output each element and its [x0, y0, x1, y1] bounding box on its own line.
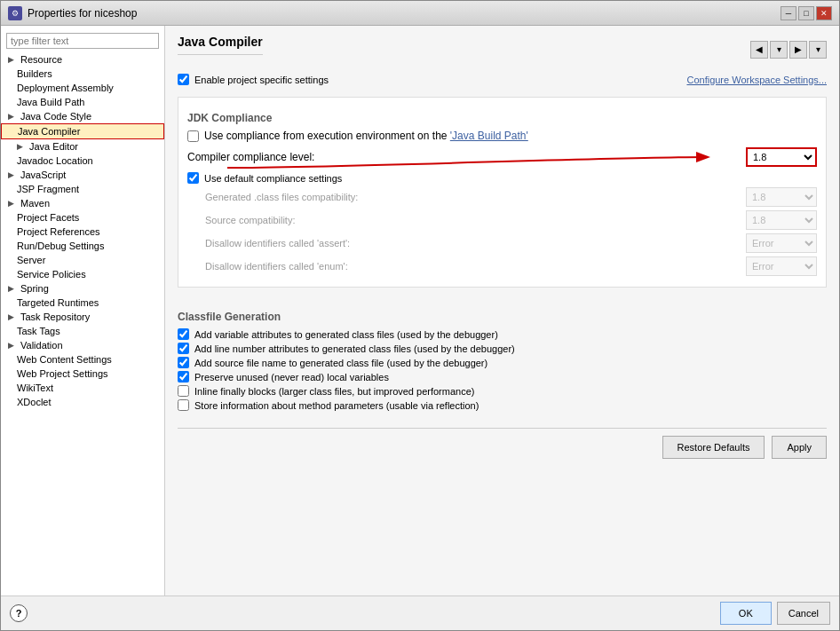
sidebar: ▶ Resource Builders Deployment Assembly …	[1, 26, 165, 596]
disallow-assert-row: Disallow identifiers called 'assert': Er…	[187, 233, 817, 253]
sidebar-item-task-tags[interactable]: Task Tags	[1, 324, 164, 338]
use-default-compliance-label[interactable]: Use default compliance settings	[204, 173, 342, 184]
add-line-row: Add line number attributes to generated …	[178, 343, 827, 354]
back-dropdown-button[interactable]: ▾	[770, 41, 788, 59]
cancel-button[interactable]: Cancel	[777, 602, 830, 625]
sidebar-item-java-code-style[interactable]: ▶ Java Code Style	[1, 109, 164, 123]
enable-project-settings-checkbox[interactable]	[178, 74, 189, 85]
add-source-checkbox[interactable]	[178, 357, 189, 368]
sidebar-item-wikitext[interactable]: WikiText	[1, 381, 164, 395]
sidebar-item-project-facets[interactable]: Project Facets	[1, 210, 164, 225]
store-info-checkbox[interactable]	[178, 399, 189, 411]
store-info-row: Store information about method parameter…	[178, 399, 827, 411]
main-content: ▶ Resource Builders Deployment Assembly …	[1, 26, 839, 596]
window-icon: ⚙	[8, 6, 22, 20]
compliance-level-row: Compiler compliance level: 1.8 1.7 1.6 1…	[187, 147, 817, 167]
add-line-label[interactable]: Add line number attributes to generated …	[194, 343, 515, 354]
minimize-button[interactable]: ─	[781, 6, 796, 20]
filter-box	[1, 29, 164, 52]
sidebar-item-xdoclet[interactable]: XDoclet	[1, 395, 164, 409]
window-controls: ─ □ ✕	[781, 6, 832, 20]
sidebar-item-project-references[interactable]: Project References	[1, 225, 164, 239]
add-variable-label[interactable]: Add variable attributes to generated cla…	[194, 329, 498, 340]
expand-arrow-icon: ▶	[8, 170, 17, 179]
preserve-unused-row: Preserve unused (never read) local varia…	[178, 371, 827, 383]
right-panel: Java Compiler ◀ ▾ ▶ ▾ Enable project spe…	[165, 26, 839, 596]
store-info-label[interactable]: Store information about method parameter…	[194, 400, 479, 411]
ok-button[interactable]: OK	[720, 602, 772, 625]
apply-button[interactable]: Apply	[772, 436, 827, 459]
sidebar-item-task-repository[interactable]: ▶ Task Repository	[1, 310, 164, 324]
sidebar-item-builders[interactable]: Builders	[1, 67, 164, 81]
panel-title: Java Compiler	[178, 35, 263, 55]
expand-arrow-icon: ▶	[17, 142, 26, 151]
sidebar-item-javascript[interactable]: ▶ JavaScript	[1, 168, 164, 182]
expand-arrow-icon: ▶	[8, 284, 17, 293]
add-variable-checkbox[interactable]	[178, 328, 189, 340]
expand-arrow-icon: ▶	[8, 199, 17, 208]
add-line-checkbox[interactable]	[178, 343, 189, 354]
inline-finally-label[interactable]: Inline finally blocks (larger class file…	[194, 386, 474, 397]
inline-finally-checkbox[interactable]	[178, 385, 189, 397]
preserve-unused-checkbox[interactable]	[178, 371, 189, 383]
disallow-enum-row: Disallow identifiers called 'enum': Erro…	[187, 256, 817, 276]
expand-arrow-icon: ▶	[8, 341, 17, 350]
forward-dropdown-button[interactable]: ▾	[809, 41, 827, 59]
enable-project-settings-label[interactable]: Enable project specific settings	[194, 75, 329, 85]
add-source-label[interactable]: Add source file name to generated class …	[194, 358, 487, 368]
sidebar-item-java-build-path[interactable]: Java Build Path	[1, 95, 164, 109]
source-compat-row: Source compatibility: 1.8	[187, 210, 817, 230]
close-button[interactable]: ✕	[816, 6, 832, 20]
expand-arrow-icon: ▶	[8, 55, 17, 64]
inline-finally-row: Inline finally blocks (larger class file…	[178, 385, 827, 397]
maximize-button[interactable]: □	[798, 6, 814, 20]
generated-class-select: 1.8	[746, 187, 817, 207]
compliance-level-label: Compiler compliance level:	[187, 151, 746, 163]
use-compliance-label: Use compliance from execution environmen…	[204, 130, 528, 142]
restore-defaults-button[interactable]: Restore Defaults	[662, 436, 765, 459]
java-build-path-link[interactable]: 'Java Build Path'	[450, 130, 528, 142]
sidebar-item-javadoc-location[interactable]: Javadoc Location	[1, 154, 164, 168]
add-source-row: Add source file name to generated class …	[178, 357, 827, 368]
sidebar-item-maven[interactable]: ▶ Maven	[1, 196, 164, 210]
generated-class-row: Generated .class files compatibility: 1.…	[187, 187, 817, 207]
classfile-section-title: Classfile Generation	[178, 311, 827, 323]
title-bar: ⚙ Properties for niceshop ─ □ ✕	[1, 1, 839, 26]
panel-wrapper: Java Compiler ◀ ▾ ▶ ▾ Enable project spe…	[165, 26, 839, 596]
sidebar-item-spring[interactable]: ▶ Spring	[1, 281, 164, 296]
source-compat-label: Source compatibility:	[205, 215, 739, 225]
generated-class-label: Generated .class files compatibility:	[205, 192, 739, 202]
configure-workspace-link[interactable]: Configure Workspace Settings...	[686, 75, 827, 85]
forward-button[interactable]: ▶	[789, 41, 807, 59]
sidebar-item-web-content-settings[interactable]: Web Content Settings	[1, 352, 164, 367]
sidebar-item-java-compiler[interactable]: Java Compiler	[1, 123, 164, 139]
preserve-unused-label[interactable]: Preserve unused (never read) local varia…	[194, 372, 389, 383]
use-compliance-checkbox[interactable]	[187, 130, 199, 142]
back-button[interactable]: ◀	[750, 41, 768, 59]
sidebar-item-service-policies[interactable]: Service Policies	[1, 267, 164, 281]
disallow-enum-label: Disallow identifiers called 'enum':	[205, 261, 739, 272]
sidebar-item-targeted-runtimes[interactable]: Targeted Runtimes	[1, 296, 164, 310]
expand-arrow-icon: ▶	[8, 112, 17, 121]
footer-bar: ? OK Cancel	[1, 596, 839, 630]
use-default-compliance-checkbox[interactable]	[187, 172, 199, 184]
sidebar-item-resource[interactable]: ▶ Resource	[1, 52, 164, 67]
sidebar-item-jsp-fragment[interactable]: JSP Fragment	[1, 182, 164, 196]
sidebar-item-run-debug-settings[interactable]: Run/Debug Settings	[1, 239, 164, 253]
compliance-level-select[interactable]: 1.8 1.7 1.6 1.5	[746, 147, 817, 167]
sidebar-item-web-project-settings[interactable]: Web Project Settings	[1, 367, 164, 381]
disallow-assert-select: Error	[746, 233, 817, 253]
sidebar-item-validation[interactable]: ▶ Validation	[1, 338, 164, 352]
filter-input[interactable]	[6, 33, 159, 49]
source-compat-select: 1.8	[746, 210, 817, 230]
disallow-enum-select: Error	[746, 256, 817, 276]
ok-cancel-buttons: OK Cancel	[720, 602, 830, 625]
jdk-compliance-section: JDK Compliance Use compliance from execu…	[178, 97, 827, 288]
help-button[interactable]: ?	[10, 604, 28, 622]
jdk-section-title: JDK Compliance	[187, 112, 817, 124]
sidebar-item-java-editor[interactable]: ▶ Java Editor	[1, 139, 164, 154]
sidebar-item-deployment-assembly[interactable]: Deployment Assembly	[1, 81, 164, 95]
classfile-generation-section: Classfile Generation Add variable attrib…	[178, 304, 827, 414]
expand-arrow-icon: ▶	[8, 312, 17, 321]
sidebar-item-server[interactable]: Server	[1, 253, 164, 267]
